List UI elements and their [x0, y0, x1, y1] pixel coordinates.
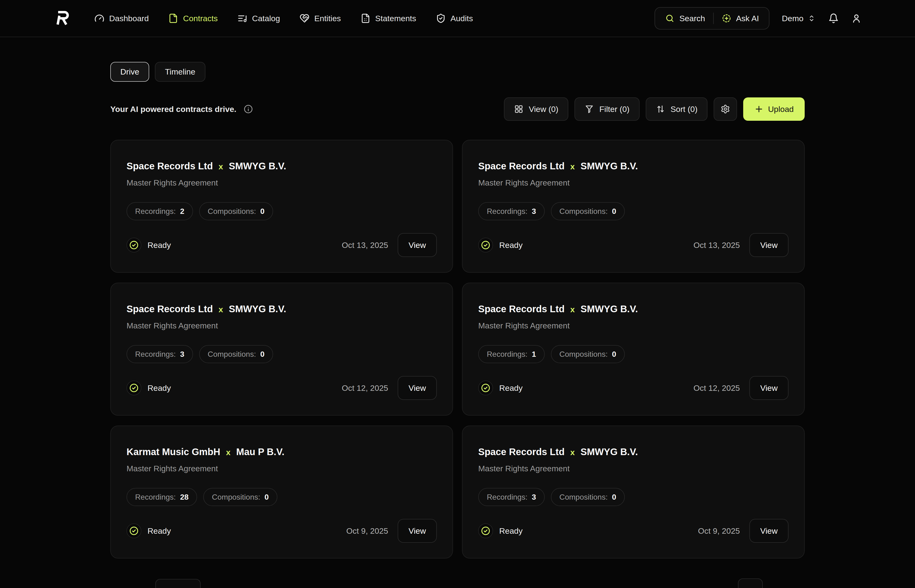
- contracts-page: Drive Timeline Your AI powered contracts…: [110, 62, 805, 588]
- next-page-button[interactable]: Next: [776, 586, 805, 588]
- contract-title: Space Records Ltd x SMWYG B.V.: [478, 161, 789, 171]
- contract-date: Oct 12, 2025: [693, 383, 740, 393]
- compositions-badge: Compositions: 0: [199, 345, 273, 363]
- contract-title: Space Records Ltd x SMWYG B.V.: [478, 447, 789, 457]
- view-contract-button[interactable]: View: [750, 519, 789, 543]
- status-label: Ready: [147, 241, 171, 250]
- contract-title: Space Records Ltd x SMWYG B.V.: [126, 304, 437, 314]
- nav-item-label: Audits: [450, 14, 473, 23]
- recordings-count: 3: [180, 350, 185, 359]
- compositions-count: 0: [260, 207, 264, 216]
- tab-drive[interactable]: Drive: [110, 62, 149, 82]
- parties-connector: x: [570, 448, 575, 457]
- ask-ai-icon: [722, 14, 731, 23]
- check-circle-icon: [481, 383, 491, 393]
- view-tabs: Drive Timeline: [110, 62, 805, 82]
- filter-button[interactable]: Filter (0): [575, 97, 640, 121]
- agreement-type: Master Rights Agreement: [126, 321, 437, 330]
- org-switcher[interactable]: Demo: [782, 14, 816, 23]
- view-contract-button[interactable]: View: [750, 233, 789, 257]
- upload-button[interactable]: Upload: [743, 97, 805, 121]
- per-page-label: Per page:: [110, 586, 145, 588]
- heart-handshake-icon: [300, 13, 309, 23]
- view-contract-button[interactable]: View: [398, 233, 437, 257]
- user-icon[interactable]: [851, 13, 862, 24]
- per-page-group: Per page: 20 Total: 6: [110, 579, 248, 588]
- info-icon[interactable]: [243, 104, 253, 114]
- view-button[interactable]: View (0): [504, 97, 568, 121]
- status-chip: [478, 381, 493, 395]
- party-b: SMWYG B.V.: [580, 161, 638, 171]
- ask-ai-label: Ask AI: [736, 14, 759, 23]
- contract-card: Space Records Ltd x SMWYG B.V. Master Ri…: [110, 140, 453, 273]
- card-status-row: Ready Oct 12, 2025 View: [478, 376, 789, 400]
- agreement-type: Master Rights Agreement: [126, 178, 437, 187]
- header-right-group: Search Ask AI Demo: [654, 7, 862, 29]
- file-dots-icon: [361, 13, 371, 23]
- brand-logo-r-icon[interactable]: [53, 10, 71, 27]
- nav-item-contracts[interactable]: Contracts: [168, 13, 218, 23]
- compositions-label: Compositions:: [212, 493, 260, 502]
- filter-button-label: Filter (0): [599, 105, 630, 114]
- compositions-badge: Compositions: 0: [551, 488, 625, 506]
- contract-date: Oct 13, 2025: [342, 241, 388, 250]
- nav-item-dashboard[interactable]: Dashboard: [94, 13, 149, 23]
- contract-card: Space Records Ltd x SMWYG B.V. Master Ri…: [462, 283, 805, 415]
- status-chip: [126, 523, 141, 538]
- status-chip: [126, 381, 141, 395]
- list-music-icon: [237, 13, 247, 23]
- previous-label: Previous: [694, 586, 725, 588]
- search-button[interactable]: Search: [665, 14, 705, 23]
- grid-icon: [514, 104, 523, 114]
- recordings-count: 1: [532, 350, 536, 359]
- party-a: Space Records Ltd: [478, 304, 565, 314]
- compositions-label: Compositions:: [559, 207, 608, 216]
- nav-item-catalog[interactable]: Catalog: [237, 13, 280, 23]
- recordings-badge: Recordings: 3: [478, 202, 545, 220]
- contract-card: Karmat Music GmbH x Mau P B.V. Master Ri…: [110, 426, 453, 559]
- tab-timeline[interactable]: Timeline: [155, 62, 205, 82]
- count-badges: Recordings: 28 Compositions: 0: [126, 488, 437, 506]
- view-contract-button[interactable]: View: [750, 376, 789, 400]
- compositions-count: 0: [612, 493, 616, 502]
- contract-date: Oct 9, 2025: [698, 526, 740, 536]
- compositions-badge: Compositions: 0: [199, 202, 273, 220]
- compositions-label: Compositions:: [208, 207, 256, 216]
- check-circle-icon: [481, 526, 491, 536]
- ask-ai-button[interactable]: Ask AI: [722, 14, 759, 23]
- view-contract-button[interactable]: View: [398, 376, 437, 400]
- check-circle-icon: [129, 526, 139, 536]
- party-a: Space Records Ltd: [126, 304, 213, 314]
- status-chip: [478, 237, 493, 252]
- previous-page-button[interactable]: Previous: [681, 586, 725, 588]
- agreement-type: Master Rights Agreement: [478, 178, 789, 187]
- count-badges: Recordings: 2 Compositions: 0: [126, 202, 437, 220]
- nav-item-audits[interactable]: Audits: [436, 13, 473, 23]
- file-icon: [168, 13, 178, 23]
- compositions-badge: Compositions: 0: [551, 202, 625, 220]
- card-status-row: Ready Oct 9, 2025 View: [126, 519, 437, 543]
- nav-item-statements[interactable]: Statements: [361, 13, 416, 23]
- status-chip: [478, 523, 493, 538]
- sort-button[interactable]: Sort (0): [646, 97, 708, 121]
- compositions-count: 0: [260, 350, 264, 359]
- search-label: Search: [679, 14, 705, 23]
- bell-icon[interactable]: [828, 13, 839, 24]
- search-icon: [665, 14, 675, 23]
- compositions-label: Compositions:: [559, 493, 608, 502]
- card-status-row: Ready Oct 13, 2025 View: [126, 233, 437, 257]
- recordings-label: Recordings:: [135, 207, 176, 216]
- settings-button[interactable]: [714, 97, 737, 121]
- agreement-type: Master Rights Agreement: [478, 464, 789, 473]
- recordings-badge: Recordings: 3: [478, 488, 545, 506]
- nav-item-entities[interactable]: Entities: [300, 13, 341, 23]
- count-badges: Recordings: 1 Compositions: 0: [478, 345, 789, 363]
- per-page-select[interactable]: 20: [155, 579, 201, 588]
- page-number-button[interactable]: 1: [738, 578, 763, 588]
- view-contract-button[interactable]: View: [398, 519, 437, 543]
- status-label: Ready: [499, 526, 523, 536]
- check-circle-icon: [129, 383, 139, 393]
- chevron-left-icon: [681, 587, 689, 588]
- status-chip: [126, 237, 141, 252]
- contract-title: Space Records Ltd x SMWYG B.V.: [126, 161, 437, 171]
